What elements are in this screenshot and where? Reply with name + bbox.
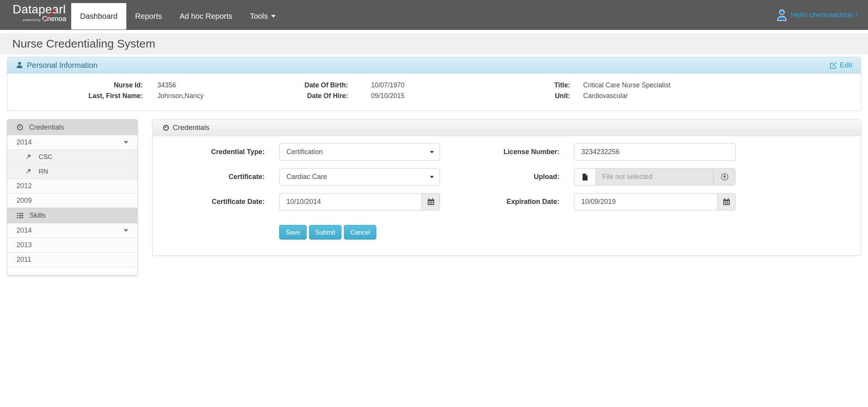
license-number-input[interactable] bbox=[574, 143, 736, 161]
nav-tab-tools[interactable]: Tools bbox=[241, 3, 285, 30]
app-screen: Datapearl powered by Chenoa Dashboard Re… bbox=[0, 0, 868, 407]
sidebar-item-skills-2013[interactable]: 2013 bbox=[7, 238, 137, 252]
powered-by-text: powered by bbox=[23, 18, 41, 22]
credentials-panel-title: Credentials bbox=[173, 123, 209, 132]
sidebar-section-skills[interactable]: Skills bbox=[7, 208, 137, 223]
greeting-text: Hello chenoaadmin ! bbox=[791, 11, 857, 19]
top-navbar: Datapearl powered by Chenoa Dashboard Re… bbox=[0, 0, 868, 30]
unit-value: Cardiovascular bbox=[570, 92, 861, 100]
certificate-label: Certificate: bbox=[153, 173, 265, 181]
field-label: Nurse Id: bbox=[7, 81, 143, 89]
edit-pencil-icon bbox=[830, 62, 837, 69]
field-label: Date Of Hire: bbox=[219, 92, 348, 100]
upload-filename-text: File not selected bbox=[596, 169, 713, 185]
pushpin-icon bbox=[25, 168, 31, 175]
field-label: Unit: bbox=[440, 92, 570, 100]
sidebar-footer bbox=[7, 267, 137, 275]
choose-file-button[interactable] bbox=[574, 169, 596, 185]
sidebar-item-credentials-2009[interactable]: 2009 bbox=[7, 193, 137, 208]
form-actions: Save Submit Cancel bbox=[279, 225, 861, 240]
nav-tab-dashboard[interactable]: Dashboard bbox=[71, 3, 126, 30]
calendar-icon bbox=[427, 198, 435, 206]
cancel-button[interactable]: Cancel bbox=[344, 225, 376, 240]
personal-information-header: Personal Information Edit bbox=[7, 57, 861, 74]
personal-information-title: Personal Information bbox=[27, 61, 98, 70]
upload-label: Upload: bbox=[440, 173, 559, 181]
expiration-date-group bbox=[574, 193, 736, 210]
chevron-down-icon bbox=[124, 141, 128, 144]
field-label: Date Of Birth: bbox=[219, 81, 348, 89]
nav-tab-ad-hoc-reports[interactable]: Ad hoc Reports bbox=[171, 3, 241, 30]
calendar-icon bbox=[723, 198, 731, 206]
sidebar-item-skills-2014[interactable]: 2014 bbox=[7, 223, 137, 238]
credentials-form: Credential Type: Certification License N… bbox=[153, 136, 861, 255]
license-number-label: License Number: bbox=[440, 148, 559, 156]
upload-button[interactable] bbox=[713, 169, 735, 185]
certificate-select[interactable]: Cardiac Care bbox=[279, 168, 440, 185]
main-navigation: Dashboard Reports Ad hoc Reports Tools bbox=[71, 3, 284, 30]
user-avatar-icon bbox=[776, 9, 787, 21]
pushpin-icon bbox=[25, 154, 31, 160]
gauge-icon bbox=[16, 124, 23, 131]
user-menu[interactable]: Hello chenoaadmin ! bbox=[776, 0, 857, 30]
credentials-panel-header: Credentials bbox=[153, 120, 861, 136]
sidebar-item-csc[interactable]: CSC bbox=[7, 149, 137, 164]
field-label: Title: bbox=[440, 81, 570, 89]
save-button[interactable]: Save bbox=[279, 225, 307, 240]
file-icon bbox=[582, 173, 588, 181]
chevron-down-icon bbox=[430, 176, 434, 178]
datapearl-logo[interactable]: Datapearl powered by Chenoa bbox=[13, 3, 70, 23]
expiration-date-input[interactable] bbox=[574, 193, 717, 210]
title-value: Critical Care Nurse Specialist bbox=[570, 81, 861, 89]
certificate-date-input[interactable] bbox=[279, 193, 422, 210]
sidebar-item-credentials-2012[interactable]: 2012 bbox=[7, 179, 137, 193]
sidebar-item-rn[interactable]: RN bbox=[7, 164, 137, 179]
credential-type-select[interactable]: Certification bbox=[279, 143, 440, 161]
last-first-name-value: Johnson,Nancy bbox=[143, 92, 219, 100]
credential-type-label: Credential Type: bbox=[153, 148, 265, 156]
chevron-down-icon bbox=[271, 15, 276, 18]
chevron-down-icon bbox=[124, 229, 128, 232]
nav-tab-reports[interactable]: Reports bbox=[126, 3, 171, 30]
list-icon bbox=[16, 212, 24, 219]
personal-information-body: Nurse Id: 34356 Date Of Birth: 10/07/197… bbox=[7, 74, 861, 110]
field-label: Last, First Name: bbox=[7, 92, 143, 100]
sidebar-item-credentials-2014[interactable]: 2014 bbox=[7, 135, 137, 149]
page-title-strip: Nurse Credentialing System bbox=[0, 33, 868, 54]
date-of-birth-value: 10/07/1970 bbox=[348, 81, 440, 89]
date-of-hire-value: 09/10/2015 bbox=[348, 92, 440, 100]
credentials-panel: Credentials Credential Type: Certificati… bbox=[152, 119, 861, 256]
edit-button[interactable]: Edit bbox=[830, 61, 852, 69]
personal-information-panel: Personal Information Edit Nurse Id: 3435… bbox=[7, 57, 861, 111]
nurse-id-value: 34356 bbox=[143, 81, 219, 89]
credentials-sidebar: Credentials 2014 CSC bbox=[7, 119, 138, 276]
upload-circle-arrow-icon bbox=[721, 173, 729, 181]
gauge-icon bbox=[163, 125, 169, 131]
certificate-date-label: Certificate Date: bbox=[153, 198, 265, 206]
expiration-date-label: Expiration Date: bbox=[440, 198, 559, 206]
certificate-date-picker-button[interactable] bbox=[422, 193, 440, 210]
page-title: Nurse Credentialing System bbox=[12, 37, 155, 50]
sidebar-section-credentials[interactable]: Credentials bbox=[7, 120, 137, 135]
content-row: Credentials 2014 CSC bbox=[0, 119, 868, 276]
brand-name: Datapearl bbox=[13, 3, 70, 16]
sidebar-item-skills-2011[interactable]: 2011 bbox=[7, 252, 137, 267]
submit-button[interactable]: Submit bbox=[309, 225, 342, 240]
person-icon bbox=[16, 61, 23, 69]
chevron-down-icon bbox=[430, 151, 434, 153]
certificate-date-group bbox=[279, 193, 440, 210]
upload-file-control: File not selected bbox=[574, 168, 736, 185]
expiration-date-picker-button[interactable] bbox=[717, 193, 736, 210]
